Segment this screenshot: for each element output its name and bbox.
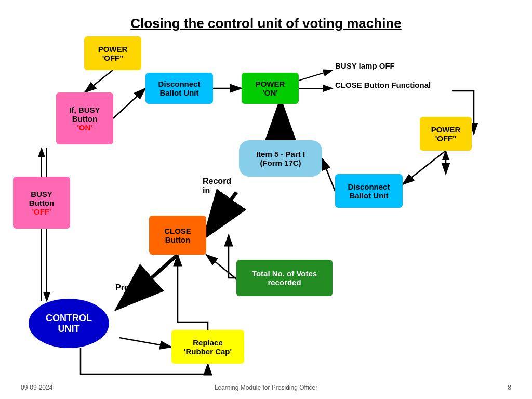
svg-line-5	[299, 70, 332, 81]
svg-line-13	[206, 255, 236, 279]
total-votes-box: Total No. of Votesrecorded	[236, 260, 332, 296]
power-off-top-box: POWER'OFF"	[84, 36, 141, 70]
busy-button-on-box: If, BUSYButton'ON'	[56, 92, 113, 144]
press-label: Press	[115, 283, 138, 292]
svg-line-11	[206, 192, 236, 235]
footer-page: 8	[508, 384, 511, 391]
power-on-box: POWER'ON'	[242, 73, 299, 104]
close-button-functional-label: CLOSE Button Functional	[335, 81, 431, 89]
svg-line-12	[322, 158, 335, 191]
svg-line-14	[119, 255, 178, 307]
slide-title: Closing the control unit of voting machi…	[10, 10, 522, 32]
control-unit-box: CONTROLUNIT	[29, 299, 109, 348]
record-in-label: Recordin	[203, 177, 231, 195]
busy-button-off-box: BUSYButton'OFF'	[13, 177, 70, 229]
svg-line-3	[113, 88, 145, 118]
footer-center: Learning Module for Presiding Officer	[215, 384, 318, 391]
item5-box: Item 5 - Part I(Form 17C)	[239, 140, 322, 177]
svg-line-7	[403, 151, 446, 184]
busy-lamp-off-label: BUSY lamp OFF	[335, 61, 395, 70]
disconnect-ballot-unit-top-box: DisconnectBallot Unit	[145, 73, 213, 104]
replace-rubber-cap-box: Replace'Rubber Cap'	[171, 330, 244, 364]
power-off-right-box: POWER'OFF"	[420, 117, 472, 151]
close-button-box: CLOSEButton	[149, 216, 206, 255]
svg-line-17	[119, 338, 171, 347]
svg-line-2	[85, 70, 113, 92]
disconnect-ballot-unit-bottom-box: DisconnectBallot Unit	[335, 174, 403, 208]
footer-date: 09-09-2024	[21, 384, 52, 391]
